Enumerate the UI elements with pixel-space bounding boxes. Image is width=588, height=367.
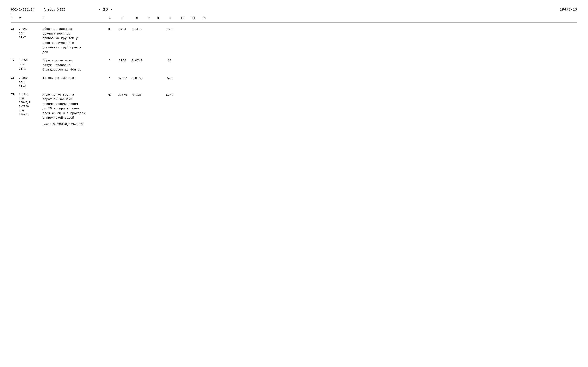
row-qty-16: 3734: [115, 27, 130, 31]
row-qty-17: 2I58: [115, 58, 130, 63]
row-num-18: I8: [11, 76, 19, 80]
col-header-3: 3: [42, 16, 104, 20]
row-num-17: I7: [11, 58, 19, 62]
row-code-17: I-256 эсн 3I-I: [19, 58, 42, 71]
row-total-19: 5343: [162, 92, 177, 97]
row-rate-18: 0,0I53: [130, 76, 144, 81]
row-unit-19: м3: [104, 92, 115, 97]
table-row: I6 I-967 эсн 8I-I Обратная засыпка вручн…: [11, 25, 577, 56]
row-num-19: I9: [11, 92, 19, 97]
column-headers: I 2 3 4 5 6 7 8 9 I0 II I2: [11, 15, 577, 21]
row-note-19: цена: 0,036I+0,099=0,I35: [42, 123, 104, 126]
col-header-2: 2: [19, 16, 42, 20]
col-header-4: 4: [104, 16, 115, 20]
row-qty-18: 37857: [115, 76, 130, 81]
row-unit-16: м3: [104, 27, 115, 31]
header-row: 902-2-381.84 Альбом XIII - 16 - 19473-13: [11, 7, 577, 12]
col-header-11: II: [188, 16, 199, 20]
top-divider: [11, 14, 577, 14]
col-header-10: I0: [177, 16, 188, 20]
data-table: I6 I-967 эсн 8I-I Обратная засыпка вручн…: [11, 25, 577, 126]
row-unit-18: ": [104, 76, 115, 81]
col-header-1: I: [11, 16, 19, 20]
col-header-12: I2: [199, 16, 210, 20]
row-desc-17: Обратная засыпка пазух котлована бульдоз…: [42, 58, 104, 72]
col-header-9: 9: [162, 16, 177, 20]
row-rate-17: 0,0I49: [130, 58, 144, 63]
row-code-16: I-967 эсн 8I-I: [19, 27, 42, 40]
row-num-16: I6: [11, 27, 19, 31]
row-rate-19: 0,I35: [130, 92, 144, 97]
row-qty-19: 39576: [115, 92, 130, 97]
doc-code: 902-2-381.84: [11, 8, 40, 11]
row-desc-18: То же, до I30 л.с.: [42, 76, 104, 81]
table-row: I9 I-II5I эсн II8-I,2 I-II86 эсн II8-I2 …: [11, 91, 577, 122]
header-bottom-divider: [11, 23, 577, 23]
page-number: - 16 -: [87, 7, 124, 12]
row-rate-16: 0,4I5: [130, 27, 144, 31]
col-header-7: 7: [144, 16, 153, 20]
row-desc-19: Уплотнение грунта обратной засыпки пневм…: [42, 92, 104, 120]
row-total-18: 579: [162, 76, 177, 81]
row-total-16: I550: [162, 27, 177, 31]
col-header-8: 8: [153, 16, 162, 20]
album-label: Альбом XIII: [44, 8, 76, 11]
doc-number: 19473-13: [541, 8, 577, 12]
col-header-5: 5: [115, 16, 130, 20]
row-code-18: I-259 эсн 3I-4: [19, 76, 42, 89]
col-header-6: 6: [130, 16, 144, 20]
row-desc-16: Обратная засыпка вручную местным привозн…: [42, 27, 104, 55]
row-unit-17: ": [104, 58, 115, 63]
table-row: I8 I-259 эсн 3I-4 То же, до I30 л.с. " 3…: [11, 74, 577, 91]
row-code-19: I-II5I эсн II8-I,2 I-II86 эсн II8-I2: [19, 92, 42, 117]
table-row: I7 I-256 эсн 3I-I Обратная засыпка пазух…: [11, 56, 577, 74]
row-total-17: 32: [162, 58, 177, 63]
